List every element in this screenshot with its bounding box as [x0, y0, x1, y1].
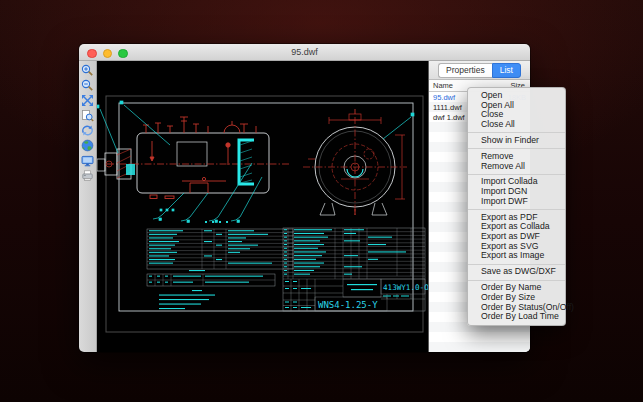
sheet-frame	[106, 96, 423, 332]
panel-tab-bar: Properties List	[429, 61, 530, 80]
model-code: WNS4-1.25-Y	[318, 300, 378, 310]
drawing-canvas[interactable]: 413WY1.0-O WNS4-1.25-Y	[97, 61, 428, 352]
printer-icon[interactable]	[81, 169, 94, 182]
zoom-out-icon[interactable]	[81, 79, 94, 92]
file-row-empty	[429, 342, 530, 352]
menu-separator	[468, 209, 565, 210]
cad-drawing: 413WY1.0-O WNS4-1.25-Y	[97, 61, 428, 352]
menu-separator	[468, 132, 565, 133]
drawing-number: 413WY1.0-O	[383, 283, 428, 292]
zoom-window-icon[interactable]	[81, 109, 94, 122]
globe-icon[interactable]	[81, 139, 94, 152]
menu-separator	[468, 148, 565, 149]
zoom-in-icon[interactable]	[81, 64, 94, 77]
tab-list[interactable]: List	[492, 63, 521, 78]
menu-item-save-as-dwg-dxf[interactable]: Save as DWG/DXF	[468, 267, 565, 277]
menu-separator	[468, 174, 565, 175]
context-menu: OpenOpen AllCloseClose AllShow in Finder…	[467, 87, 566, 326]
menu-item-show-in-finder[interactable]: Show in Finder	[468, 136, 565, 146]
menu-separator	[468, 264, 565, 265]
refresh-icon[interactable]	[81, 124, 94, 137]
title-bar[interactable]: 95.dwf	[79, 44, 530, 61]
menu-separator	[468, 280, 565, 281]
menu-item-export-as-image[interactable]: Export as Image	[468, 251, 565, 261]
menu-item-remove-all[interactable]: Remove All	[468, 162, 565, 172]
app-window: 95.dwf	[79, 44, 530, 352]
file-row-empty	[429, 332, 530, 342]
screen-icon[interactable]	[81, 154, 94, 167]
window-title: 95.dwf	[79, 44, 530, 60]
menu-item-close-all[interactable]: Close All	[468, 120, 565, 130]
fit-view-icon[interactable]	[81, 94, 94, 107]
menu-item-import-dwf[interactable]: Import DWF	[468, 197, 565, 207]
tab-properties[interactable]: Properties	[438, 63, 492, 78]
menu-item-order-by-load-time[interactable]: Order By Load Time	[468, 312, 565, 322]
left-toolbar	[79, 61, 97, 352]
